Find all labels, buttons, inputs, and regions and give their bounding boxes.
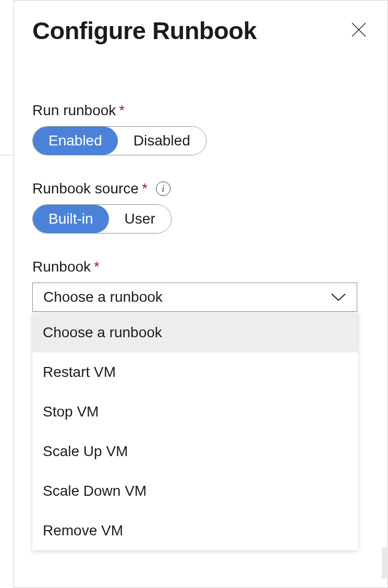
required-indicator: * xyxy=(94,259,100,275)
runbook-source-builtin-option[interactable]: Built-in xyxy=(33,205,109,233)
runbook-option-restart-vm[interactable]: Restart VM xyxy=(32,352,358,392)
runbook-dropdown-menu: Choose a runbook Restart VM Stop VM Scal… xyxy=(32,313,358,550)
required-indicator: * xyxy=(119,102,125,119)
runbook-option-remove-vm[interactable]: Remove VM xyxy=(32,511,358,550)
run-runbook-group: Run runbook * Enabled Disabled xyxy=(32,102,369,155)
runbook-label-text: Runbook xyxy=(32,259,91,275)
runbook-option-scale-up-vm[interactable]: Scale Up VM xyxy=(32,432,358,471)
run-runbook-disabled-option[interactable]: Disabled xyxy=(118,127,206,155)
runbook-dropdown[interactable]: Choose a runbook xyxy=(32,283,357,312)
panel-header: Configure Runbook xyxy=(32,16,369,45)
runbook-dropdown-group: Runbook * Choose a runbook Choose a runb… xyxy=(32,259,369,550)
run-runbook-enabled-option[interactable]: Enabled xyxy=(33,127,118,155)
info-icon[interactable]: i xyxy=(156,181,171,196)
configure-runbook-panel: Configure Runbook Run runbook * Enabled … xyxy=(14,0,388,588)
required-indicator: * xyxy=(142,180,148,197)
close-icon xyxy=(351,22,367,39)
close-button[interactable] xyxy=(348,20,369,41)
runbook-dropdown-selected: Choose a runbook xyxy=(43,289,163,305)
scrollbar-thumb[interactable] xyxy=(382,547,388,579)
runbook-option-placeholder[interactable]: Choose a runbook xyxy=(32,313,358,352)
run-runbook-toggle: Enabled Disabled xyxy=(32,126,207,155)
runbook-source-user-option[interactable]: User xyxy=(109,205,171,233)
runbook-option-stop-vm[interactable]: Stop VM xyxy=(32,392,358,432)
runbook-source-toggle: Built-in User xyxy=(32,204,172,234)
left-edge-border xyxy=(0,0,14,155)
run-runbook-label-text: Run runbook xyxy=(32,102,116,119)
run-runbook-label: Run runbook * xyxy=(32,102,369,119)
chevron-down-icon xyxy=(331,289,346,305)
runbook-source-label-text: Runbook source xyxy=(32,180,139,197)
runbook-source-group: Runbook source * i Built-in User xyxy=(32,180,369,234)
panel-title: Configure Runbook xyxy=(32,16,257,45)
runbook-source-label: Runbook source * i xyxy=(32,180,369,197)
runbook-label: Runbook * xyxy=(32,259,369,275)
runbook-option-scale-down-vm[interactable]: Scale Down VM xyxy=(32,471,358,511)
